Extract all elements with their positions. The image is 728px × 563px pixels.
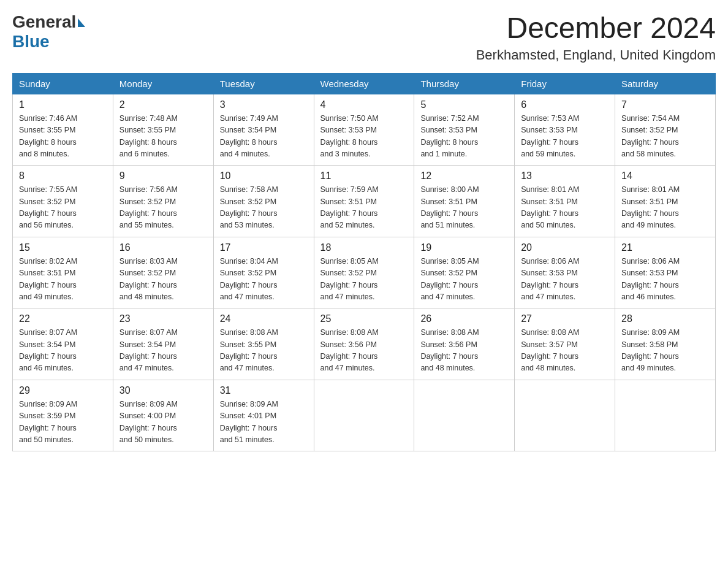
- day-number: 1: [19, 99, 107, 110]
- calendar-cell: 18Sunrise: 8:05 AM Sunset: 3:52 PM Dayli…: [314, 237, 414, 308]
- calendar-week-row: 29Sunrise: 8:09 AM Sunset: 3:59 PM Dayli…: [13, 380, 716, 451]
- calendar-cell: 4Sunrise: 7:50 AM Sunset: 3:53 PM Daylig…: [314, 94, 414, 166]
- day-info: Sunrise: 8:06 AM Sunset: 3:53 PM Dayligh…: [621, 256, 709, 304]
- title-block: December 2024 Berkhamsted, England, Unit…: [476, 12, 716, 63]
- calendar-cell: 29Sunrise: 8:09 AM Sunset: 3:59 PM Dayli…: [13, 380, 113, 451]
- calendar-cell: [615, 380, 716, 451]
- logo: General Blue: [12, 12, 85, 52]
- day-info: Sunrise: 7:59 AM Sunset: 3:51 PM Dayligh…: [320, 184, 408, 232]
- calendar-cell: [314, 380, 414, 451]
- day-number: 22: [19, 313, 107, 324]
- column-header-tuesday: Tuesday: [213, 73, 314, 94]
- day-number: 19: [420, 242, 508, 253]
- day-info: Sunrise: 8:08 AM Sunset: 3:55 PM Dayligh…: [220, 327, 308, 375]
- calendar-cell: 20Sunrise: 8:06 AM Sunset: 3:53 PM Dayli…: [515, 237, 615, 308]
- day-number: 27: [521, 313, 609, 324]
- day-number: 30: [119, 385, 207, 396]
- calendar-week-row: 22Sunrise: 8:07 AM Sunset: 3:54 PM Dayli…: [13, 308, 716, 380]
- column-header-thursday: Thursday: [414, 73, 515, 94]
- calendar-cell: 7Sunrise: 7:54 AM Sunset: 3:52 PM Daylig…: [615, 94, 716, 166]
- day-info: Sunrise: 7:53 AM Sunset: 3:53 PM Dayligh…: [521, 113, 609, 161]
- day-info: Sunrise: 8:05 AM Sunset: 3:52 PM Dayligh…: [320, 256, 408, 304]
- day-number: 12: [420, 170, 508, 182]
- day-number: 18: [320, 242, 408, 253]
- day-info: Sunrise: 7:54 AM Sunset: 3:52 PM Dayligh…: [621, 113, 709, 161]
- day-number: 14: [621, 170, 709, 182]
- day-info: Sunrise: 7:55 AM Sunset: 3:52 PM Dayligh…: [19, 184, 107, 232]
- day-number: 10: [220, 170, 308, 182]
- day-number: 29: [19, 385, 107, 396]
- day-number: 24: [220, 313, 308, 324]
- day-info: Sunrise: 7:50 AM Sunset: 3:53 PM Dayligh…: [320, 113, 408, 161]
- day-info: Sunrise: 8:09 AM Sunset: 3:59 PM Dayligh…: [19, 399, 107, 446]
- day-number: 11: [320, 170, 408, 182]
- column-header-monday: Monday: [113, 73, 213, 94]
- day-info: Sunrise: 7:48 AM Sunset: 3:55 PM Dayligh…: [119, 113, 207, 161]
- calendar-cell: 21Sunrise: 8:06 AM Sunset: 3:53 PM Dayli…: [615, 237, 716, 308]
- calendar-cell: 31Sunrise: 8:09 AM Sunset: 4:01 PM Dayli…: [213, 380, 314, 451]
- column-header-saturday: Saturday: [615, 73, 716, 94]
- month-title: December 2024: [476, 12, 716, 45]
- calendar-cell: 14Sunrise: 8:01 AM Sunset: 3:51 PM Dayli…: [615, 166, 716, 237]
- calendar-cell: 22Sunrise: 8:07 AM Sunset: 3:54 PM Dayli…: [13, 308, 113, 380]
- calendar-cell: 2Sunrise: 7:48 AM Sunset: 3:55 PM Daylig…: [113, 94, 213, 166]
- day-number: 25: [320, 313, 408, 324]
- day-info: Sunrise: 7:49 AM Sunset: 3:54 PM Dayligh…: [220, 113, 308, 161]
- day-number: 3: [220, 99, 308, 110]
- calendar-cell: 8Sunrise: 7:55 AM Sunset: 3:52 PM Daylig…: [13, 166, 113, 237]
- calendar-cell: 16Sunrise: 8:03 AM Sunset: 3:52 PM Dayli…: [113, 237, 213, 308]
- day-info: Sunrise: 8:08 AM Sunset: 3:57 PM Dayligh…: [521, 327, 609, 375]
- day-number: 15: [19, 242, 107, 253]
- day-info: Sunrise: 8:09 AM Sunset: 4:01 PM Dayligh…: [220, 399, 308, 446]
- calendar-cell: 11Sunrise: 7:59 AM Sunset: 3:51 PM Dayli…: [314, 166, 414, 237]
- day-info: Sunrise: 8:08 AM Sunset: 3:56 PM Dayligh…: [420, 327, 508, 375]
- calendar-table: SundayMondayTuesdayWednesdayThursdayFrid…: [12, 73, 716, 452]
- calendar-cell: [414, 380, 515, 451]
- calendar-cell: 6Sunrise: 7:53 AM Sunset: 3:53 PM Daylig…: [515, 94, 615, 166]
- day-info: Sunrise: 8:01 AM Sunset: 3:51 PM Dayligh…: [521, 184, 609, 232]
- day-number: 16: [119, 242, 207, 253]
- column-header-sunday: Sunday: [13, 73, 113, 94]
- calendar-header-row: SundayMondayTuesdayWednesdayThursdayFrid…: [13, 73, 716, 94]
- calendar-cell: [515, 380, 615, 451]
- day-number: 31: [220, 385, 308, 396]
- calendar-cell: 28Sunrise: 8:09 AM Sunset: 3:58 PM Dayli…: [615, 308, 716, 380]
- day-info: Sunrise: 8:09 AM Sunset: 3:58 PM Dayligh…: [621, 327, 709, 375]
- column-header-wednesday: Wednesday: [314, 73, 414, 94]
- calendar-week-row: 1Sunrise: 7:46 AM Sunset: 3:55 PM Daylig…: [13, 94, 716, 166]
- day-info: Sunrise: 7:52 AM Sunset: 3:53 PM Dayligh…: [420, 113, 508, 161]
- calendar-cell: 15Sunrise: 8:02 AM Sunset: 3:51 PM Dayli…: [13, 237, 113, 308]
- calendar-cell: 26Sunrise: 8:08 AM Sunset: 3:56 PM Dayli…: [414, 308, 515, 380]
- day-info: Sunrise: 7:46 AM Sunset: 3:55 PM Dayligh…: [19, 113, 107, 161]
- day-info: Sunrise: 8:06 AM Sunset: 3:53 PM Dayligh…: [521, 256, 609, 304]
- day-info: Sunrise: 8:08 AM Sunset: 3:56 PM Dayligh…: [320, 327, 408, 375]
- calendar-cell: 24Sunrise: 8:08 AM Sunset: 3:55 PM Dayli…: [213, 308, 314, 380]
- day-number: 13: [521, 170, 609, 182]
- day-info: Sunrise: 8:04 AM Sunset: 3:52 PM Dayligh…: [220, 256, 308, 304]
- day-info: Sunrise: 8:07 AM Sunset: 3:54 PM Dayligh…: [119, 327, 207, 375]
- day-info: Sunrise: 8:02 AM Sunset: 3:51 PM Dayligh…: [19, 256, 107, 304]
- day-info: Sunrise: 7:56 AM Sunset: 3:52 PM Dayligh…: [119, 184, 207, 232]
- calendar-cell: 12Sunrise: 8:00 AM Sunset: 3:51 PM Dayli…: [414, 166, 515, 237]
- day-info: Sunrise: 8:07 AM Sunset: 3:54 PM Dayligh…: [19, 327, 107, 375]
- calendar-cell: 17Sunrise: 8:04 AM Sunset: 3:52 PM Dayli…: [213, 237, 314, 308]
- day-info: Sunrise: 8:05 AM Sunset: 3:52 PM Dayligh…: [420, 256, 508, 304]
- day-number: 7: [621, 99, 709, 110]
- calendar-cell: 19Sunrise: 8:05 AM Sunset: 3:52 PM Dayli…: [414, 237, 515, 308]
- calendar-cell: 10Sunrise: 7:58 AM Sunset: 3:52 PM Dayli…: [213, 166, 314, 237]
- calendar-cell: 27Sunrise: 8:08 AM Sunset: 3:57 PM Dayli…: [515, 308, 615, 380]
- day-number: 28: [621, 313, 709, 324]
- calendar-cell: 5Sunrise: 7:52 AM Sunset: 3:53 PM Daylig…: [414, 94, 515, 166]
- calendar-cell: 23Sunrise: 8:07 AM Sunset: 3:54 PM Dayli…: [113, 308, 213, 380]
- logo-general-text: General: [12, 12, 76, 32]
- calendar-cell: 3Sunrise: 7:49 AM Sunset: 3:54 PM Daylig…: [213, 94, 314, 166]
- day-number: 26: [420, 313, 508, 324]
- calendar-week-row: 15Sunrise: 8:02 AM Sunset: 3:51 PM Dayli…: [13, 237, 716, 308]
- calendar-cell: 1Sunrise: 7:46 AM Sunset: 3:55 PM Daylig…: [13, 94, 113, 166]
- calendar-cell: 25Sunrise: 8:08 AM Sunset: 3:56 PM Dayli…: [314, 308, 414, 380]
- calendar-week-row: 8Sunrise: 7:55 AM Sunset: 3:52 PM Daylig…: [13, 166, 716, 237]
- logo-arrow-icon: [78, 18, 85, 27]
- day-info: Sunrise: 7:58 AM Sunset: 3:52 PM Dayligh…: [220, 184, 308, 232]
- day-number: 6: [521, 99, 609, 110]
- page-header: General Blue December 2024 Berkhamsted, …: [12, 12, 716, 63]
